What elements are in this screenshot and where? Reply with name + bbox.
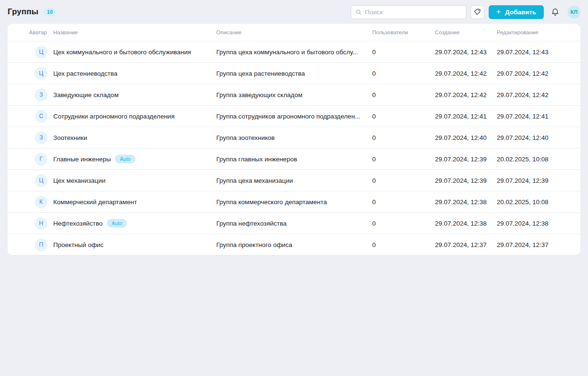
- group-name: Сотрудники агрономного подразделения: [53, 113, 174, 120]
- group-description: Группа зоотехников: [216, 134, 275, 141]
- table-body: Ц Цех коммунального и бытового обслужива…: [8, 41, 580, 255]
- group-description: Группа главных инженеров: [216, 156, 297, 163]
- group-name: Коммерческий департамент: [53, 198, 137, 206]
- group-edited-at: 29.07.2024, 12:40: [497, 134, 580, 141]
- group-description: Группа цеха растениеводства: [216, 70, 305, 77]
- group-users-count: 0: [372, 241, 435, 248]
- table-row[interactable]: Ц Цех растениеводства Auto Группа цеха р…: [8, 62, 580, 84]
- group-users-count: 0: [372, 113, 435, 120]
- group-avatar: Ц: [35, 46, 48, 59]
- group-avatar: Ц: [35, 67, 48, 80]
- bell-icon: [551, 8, 559, 17]
- group-avatar: С: [35, 110, 48, 123]
- user-avatar[interactable]: КЛ: [568, 6, 580, 19]
- group-created-at: 29.07.2024, 12:43: [435, 49, 497, 56]
- group-users-count: 0: [372, 198, 435, 206]
- table-row[interactable]: З Зоотехники Auto Группа зоотехников 0 2…: [8, 127, 580, 148]
- group-edited-at: 29.07.2024, 12:37: [497, 241, 580, 248]
- group-edited-at: 29.07.2024, 12:39: [497, 177, 580, 184]
- group-users-count: 0: [372, 156, 435, 163]
- group-created-at: 29.07.2024, 12:42: [435, 70, 497, 77]
- group-name: Цех механизации: [53, 177, 106, 184]
- add-button[interactable]: + Добавить: [489, 5, 544, 19]
- group-users-count: 0: [372, 177, 435, 184]
- topbar: Группы 10 + Добавить: [0, 0, 588, 24]
- table-row[interactable]: К Коммерческий департамент Auto Группа к…: [8, 191, 580, 212]
- notifications-button[interactable]: [549, 5, 561, 19]
- group-avatar: Г: [35, 153, 48, 166]
- tag-icon: [473, 8, 481, 16]
- group-description: Группа нефтехозяйства: [216, 220, 287, 227]
- group-name: Цех растениеводства: [53, 70, 117, 77]
- group-users-count: 0: [372, 134, 435, 141]
- group-edited-at: 20.02.2025, 10:08: [497, 156, 580, 163]
- group-edited-at: 29.07.2024, 12:38: [497, 220, 580, 227]
- auto-badge: Auto: [115, 155, 135, 163]
- group-created-at: 29.07.2024, 12:40: [435, 134, 497, 141]
- group-edited-at: 20.02.2025, 10:08: [497, 198, 580, 206]
- group-created-at: 29.07.2024, 12:41: [435, 113, 497, 120]
- column-header-name: Название: [53, 30, 216, 35]
- group-users-count: 0: [372, 91, 435, 99]
- group-edited-at: 29.07.2024, 12:41: [497, 113, 580, 120]
- tags-button[interactable]: [471, 5, 484, 19]
- group-edited-at: 29.07.2024, 12:43: [497, 49, 580, 56]
- group-name: Заведующие складом: [53, 91, 118, 99]
- group-created-at: 29.07.2024, 12:37: [435, 241, 497, 248]
- group-created-at: 29.07.2024, 12:42: [435, 91, 497, 99]
- group-description: Группа сотрудников агрономного подраздел…: [216, 113, 360, 120]
- group-name: Главные инженеры: [53, 156, 111, 163]
- group-name: Цех коммунального и бытового обслуживани…: [53, 49, 191, 56]
- group-users-count: 0: [372, 70, 435, 77]
- table-row[interactable]: С Сотрудники агрономного подразделения A…: [8, 105, 580, 127]
- table-row[interactable]: Ц Цех механизации Auto Группа цеха механ…: [8, 169, 580, 191]
- group-avatar: Н: [35, 217, 48, 230]
- plus-icon: +: [496, 8, 501, 16]
- group-users-count: 0: [372, 220, 435, 227]
- group-created-at: 29.07.2024, 12:39: [435, 156, 497, 163]
- column-header-created: Создание: [435, 30, 497, 35]
- search-icon: [356, 9, 362, 15]
- group-description: Группа заведующих складом: [216, 91, 302, 99]
- table-row[interactable]: Н Нефтехозяйство Auto Группа нефтехозяйс…: [8, 212, 580, 234]
- search-box[interactable]: [351, 5, 466, 19]
- group-avatar: З: [35, 131, 48, 144]
- table-row[interactable]: З Заведующие складом Auto Группа заведую…: [8, 84, 580, 105]
- group-description: Группа цеха коммунального и бытового обс…: [216, 49, 358, 56]
- group-description: Группа проектного офиса: [216, 241, 292, 248]
- column-header-description: Описание: [216, 30, 372, 35]
- table-row[interactable]: П Проектный офис Auto Группа проектного …: [8, 234, 580, 255]
- group-description: Группа цеха механизации: [216, 177, 293, 184]
- group-created-at: 29.07.2024, 12:38: [435, 220, 497, 227]
- group-name: Нефтехозяйство: [53, 220, 103, 227]
- groups-table: Аватар Название Описание Пользователи Со…: [8, 24, 580, 255]
- group-avatar: Ц: [35, 174, 48, 187]
- group-avatar: К: [35, 196, 48, 208]
- search-input[interactable]: [365, 9, 462, 16]
- group-edited-at: 29.07.2024, 12:42: [497, 70, 580, 77]
- add-button-label: Добавить: [505, 9, 536, 16]
- group-created-at: 29.07.2024, 12:39: [435, 177, 497, 184]
- group-name: Зоотехники: [53, 134, 87, 141]
- group-avatar: П: [35, 238, 48, 251]
- group-edited-at: 29.07.2024, 12:42: [497, 91, 580, 99]
- group-created-at: 29.07.2024, 12:38: [435, 198, 497, 206]
- column-header-edited: Редактирование: [497, 30, 580, 35]
- groups-count-badge: 10: [43, 8, 57, 16]
- table-row[interactable]: Ц Цех коммунального и бытового обслужива…: [8, 41, 580, 62]
- topbar-controls: + Добавить КЛ: [351, 5, 580, 19]
- auto-badge: Auto: [107, 219, 127, 228]
- title-group: Группы 10: [8, 7, 57, 17]
- table-row[interactable]: Г Главные инженеры Auto Группа главных и…: [8, 148, 580, 169]
- group-users-count: 0: [372, 49, 435, 56]
- page-title: Группы: [8, 7, 39, 17]
- column-header-users: Пользователи: [372, 30, 435, 35]
- group-name: Проектный офис: [53, 241, 104, 248]
- table-header-row: Аватар Название Описание Пользователи Со…: [8, 24, 580, 41]
- group-avatar: З: [35, 89, 48, 101]
- column-header-avatar: Аватар: [8, 30, 53, 35]
- group-description: Группа коммерческого департамента: [216, 198, 327, 206]
